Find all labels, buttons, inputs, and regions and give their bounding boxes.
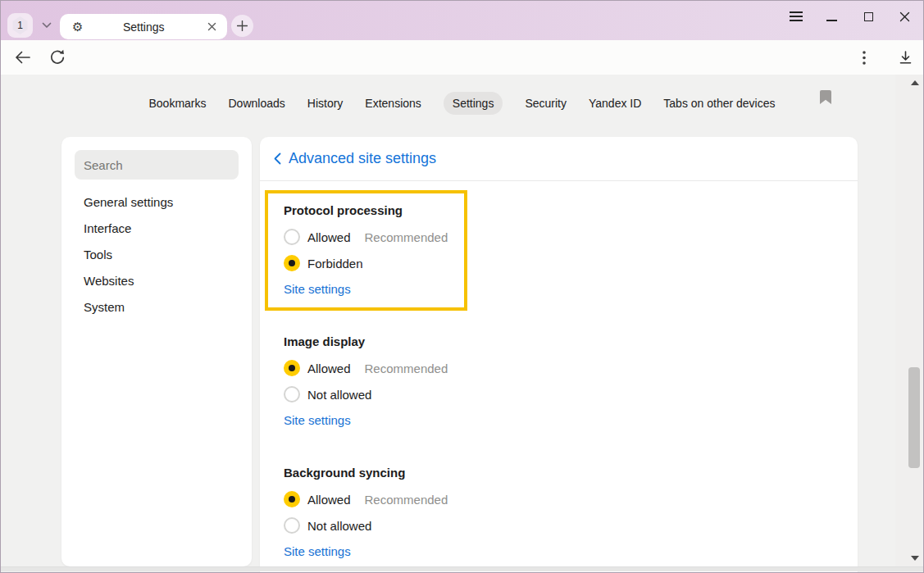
kebab-icon	[863, 51, 866, 65]
nav-item-history[interactable]: History	[307, 92, 344, 115]
option-note: Recommended	[365, 362, 448, 375]
plus-icon	[237, 20, 248, 31]
back-button[interactable]	[10, 46, 34, 69]
option-label: Forbidden	[307, 257, 363, 271]
minimize-button[interactable]	[819, 5, 844, 28]
highlight-box: Protocol processing Allowed Recommended …	[265, 190, 467, 311]
back-link-advanced-site-settings[interactable]: Advanced site settings	[260, 137, 858, 181]
toolbar: Y settings Settings	[1, 40, 923, 75]
bookmark-button[interactable]	[820, 90, 831, 104]
option-note: Recommended	[365, 493, 448, 507]
settings-page: Bookmarks Downloads History Extensions S…	[1, 75, 923, 573]
nav-item-bookmarks[interactable]: Bookmarks	[148, 92, 206, 115]
scrollbar-thumb[interactable]	[908, 367, 920, 468]
chevron-down-icon	[42, 22, 52, 29]
tab-group-chevron-button[interactable]	[34, 13, 59, 38]
vertical-scrollbar[interactable]	[895, 75, 922, 566]
option-note: Recommended	[365, 230, 448, 244]
browser-menu-button[interactable]	[784, 5, 808, 28]
section-image-display: Image display Allowed Recommended Not al…	[260, 334, 858, 428]
option-protocol-allowed[interactable]: Allowed Recommended	[284, 224, 464, 250]
tab-close-button[interactable]	[204, 20, 219, 34]
scroll-down-icon[interactable]	[911, 556, 919, 561]
nav-item-extensions[interactable]: Extensions	[365, 92, 421, 115]
option-sync-allowed[interactable]: Allowed Recommended	[284, 486, 858, 512]
option-label: Allowed	[307, 493, 351, 507]
sidebar-item-tools[interactable]: Tools	[61, 241, 252, 267]
search-box	[75, 150, 239, 180]
radio-unselected-icon[interactable]	[284, 517, 300, 534]
window-close-button[interactable]	[892, 5, 917, 28]
section-title-image-display: Image display	[284, 334, 858, 349]
option-image-allowed[interactable]: Allowed Recommended	[284, 355, 858, 381]
new-tab-button[interactable]	[231, 15, 253, 37]
sidebar-item-websites[interactable]: Websites	[61, 267, 252, 293]
search-input[interactable]	[75, 150, 239, 180]
option-image-not-allowed[interactable]: Not allowed	[284, 381, 858, 407]
section-background-syncing: Background syncing Allowed Recommended N…	[260, 466, 858, 559]
download-icon	[899, 51, 913, 65]
nav-item-security[interactable]: Security	[525, 92, 567, 115]
browser-window: 1 ⚙ Settings	[0, 0, 924, 573]
gear-icon: ⚙	[72, 20, 83, 33]
site-settings-link-protocol[interactable]: Site settings	[284, 282, 351, 297]
close-icon	[207, 22, 216, 31]
maximize-icon	[864, 12, 873, 21]
sidebar-list: General settings Interface Tools Website…	[61, 189, 252, 320]
settings-sidebar: General settings Interface Tools Website…	[61, 137, 252, 566]
menu-icon	[790, 9, 803, 24]
window-bottom-edge	[1, 566, 923, 571]
nav-item-tabs-other-devices[interactable]: Tabs on other devices	[663, 92, 775, 115]
browser-tab-settings[interactable]: ⚙ Settings	[60, 14, 227, 39]
chevron-left-icon	[274, 152, 281, 165]
bookmark-icon	[820, 90, 831, 104]
reload-button[interactable]	[45, 46, 70, 69]
site-settings-link-sync[interactable]: Site settings	[284, 544, 351, 559]
sidebar-item-general-settings[interactable]: General settings	[61, 189, 252, 215]
settings-nav: Bookmarks Downloads History Extensions S…	[1, 92, 923, 115]
option-label: Not allowed	[307, 519, 371, 533]
tab-group-button[interactable]: 1	[7, 13, 33, 38]
tab-title: Settings	[83, 20, 204, 34]
option-label: Not allowed	[307, 388, 371, 402]
option-label: Allowed	[307, 362, 351, 375]
sidebar-item-system[interactable]: System	[61, 293, 252, 320]
radio-selected-icon[interactable]	[284, 360, 300, 376]
more-options-button[interactable]	[852, 46, 876, 69]
radio-selected-icon[interactable]	[284, 255, 300, 271]
sidebar-item-interface[interactable]: Interface	[61, 215, 252, 241]
main-header-title: Advanced site settings	[289, 150, 436, 167]
nav-item-downloads[interactable]: Downloads	[229, 92, 285, 115]
back-icon	[15, 51, 30, 64]
radio-selected-icon[interactable]	[284, 491, 300, 507]
minimize-icon	[826, 20, 837, 21]
option-sync-not-allowed[interactable]: Not allowed	[284, 512, 858, 539]
option-label: Allowed	[307, 230, 351, 244]
tab-bar: 1 ⚙ Settings	[1, 1, 923, 40]
downloads-button[interactable]	[893, 46, 917, 69]
option-protocol-forbidden[interactable]: Forbidden	[284, 250, 464, 276]
tab-group-badge: 1	[12, 16, 29, 34]
radio-unselected-icon[interactable]	[284, 229, 300, 245]
reload-icon	[48, 48, 66, 66]
close-icon	[899, 11, 910, 22]
tab-group-count: 1	[17, 20, 23, 31]
site-settings-link-image[interactable]: Site settings	[284, 413, 351, 428]
scroll-up-icon[interactable]	[911, 80, 919, 85]
section-title-protocol-processing: Protocol processing	[284, 203, 464, 218]
nav-item-yandex-id[interactable]: Yandex ID	[589, 92, 641, 115]
main-body: Protocol processing Allowed Recommended …	[260, 181, 858, 559]
nav-item-settings[interactable]: Settings	[444, 92, 503, 115]
maximize-button[interactable]	[856, 5, 881, 28]
settings-main-panel: Advanced site settings Protocol processi…	[260, 137, 858, 573]
section-title-background-syncing: Background syncing	[284, 466, 858, 480]
radio-unselected-icon[interactable]	[284, 386, 300, 402]
